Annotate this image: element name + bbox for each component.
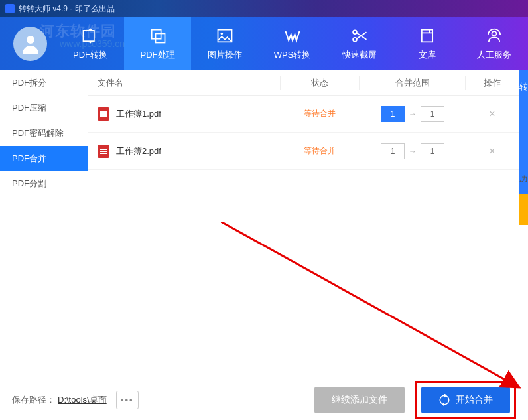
nav-human-service[interactable]: 人工服务 xyxy=(460,17,528,70)
table-row: 工作簿2.pdf 等待合并 1 → 1 × xyxy=(88,133,519,170)
content-panel: 文件名 状态 合并范围 操作 工作簿1.pdf 等待合并 1 → 1 × xyxy=(88,70,519,380)
nav-label: PDF转换 xyxy=(73,49,107,61)
add-files-button[interactable]: 继续添加文件 xyxy=(314,387,405,413)
range-cell: 1 → 1 xyxy=(360,143,466,159)
table-body: 工作簿1.pdf 等待合并 1 → 1 × 工作簿2.pdf 等待合并 1 xyxy=(88,96,519,380)
file-cell: 工作簿1.pdf xyxy=(88,107,280,121)
remove-button[interactable]: × xyxy=(466,145,519,157)
svg-point-9 xyxy=(492,31,497,36)
app-logo-icon xyxy=(5,4,15,13)
save-path-label: 保存路径： xyxy=(12,394,55,406)
sidebar-item-merge[interactable]: PDF合并 xyxy=(0,146,88,171)
nav-label: PDF处理 xyxy=(141,49,175,61)
range-cell: 1 → 1 xyxy=(360,106,466,122)
save-path-link[interactable]: D:\tools\桌面 xyxy=(58,394,107,406)
range-from-input[interactable]: 1 xyxy=(381,106,405,122)
file-name: 工作簿1.pdf xyxy=(116,108,161,120)
table-row: 工作簿1.pdf 等待合并 1 → 1 × xyxy=(88,96,519,133)
arrow-right-icon: → xyxy=(409,109,417,119)
nav-label: 文库 xyxy=(419,49,436,61)
nav-image-ops[interactable]: 图片操作 xyxy=(191,17,259,70)
nav-library[interactable]: 文库 xyxy=(393,17,461,70)
strip-label-a[interactable]: 转 xyxy=(519,81,528,93)
nav-screenshot[interactable]: 快速截屏 xyxy=(326,17,393,70)
sidebar-item-divide[interactable]: PDF分割 xyxy=(0,171,88,196)
main-area: PDF拆分 PDF压缩 PDF密码解除 PDF合并 PDF分割 文件名 状态 合… xyxy=(0,70,528,380)
browse-button[interactable]: ••• xyxy=(116,391,139,409)
start-merge-button[interactable]: 开始合并 xyxy=(421,387,510,413)
app-title: 转转大师 v4.9 - 印了么出品 xyxy=(19,3,115,15)
refresh-icon xyxy=(438,394,450,406)
column-status: 状态 xyxy=(280,76,360,90)
pdf-file-icon xyxy=(98,145,109,158)
svg-rect-3 xyxy=(155,34,165,43)
svg-line-10 xyxy=(221,222,519,387)
file-cell: 工作簿2.pdf xyxy=(88,145,280,158)
nav-pdf-process[interactable]: PDF处理 xyxy=(124,17,192,70)
svg-point-6 xyxy=(353,30,357,34)
person-icon xyxy=(19,32,42,56)
sidebar: PDF拆分 PDF压缩 PDF密码解除 PDF合并 PDF分割 xyxy=(0,70,88,380)
headset-icon xyxy=(485,27,503,45)
sidebar-item-split[interactable]: PDF拆分 xyxy=(0,70,88,96)
svg-point-5 xyxy=(221,33,224,35)
strip-label-b[interactable]: 历 xyxy=(519,173,528,184)
file-status: 等待合并 xyxy=(280,145,360,157)
table-header: 文件名 状态 合并范围 操作 xyxy=(88,70,519,96)
svg-rect-1 xyxy=(84,31,94,41)
top-nav: 河东软件园 www.pc0359.cn PDF转换 PDF处理 图片操作 WPS… xyxy=(0,17,528,70)
library-icon xyxy=(418,27,436,45)
column-op: 操作 xyxy=(466,77,519,89)
sidebar-item-compress[interactable]: PDF压缩 xyxy=(0,96,88,121)
nav-label: WPS转换 xyxy=(274,49,311,61)
file-status: 等待合并 xyxy=(280,108,360,119)
scissors-icon xyxy=(350,27,369,45)
nav-label: 快速截屏 xyxy=(342,49,377,61)
convert-icon xyxy=(81,27,99,45)
highlight-box: 开始合并 xyxy=(415,381,516,419)
nav-label: 图片操作 xyxy=(208,49,242,61)
copy-icon xyxy=(149,27,167,45)
image-icon xyxy=(216,27,234,45)
right-strip: 转 历 xyxy=(519,70,528,380)
sidebar-item-unlock[interactable]: PDF密码解除 xyxy=(0,121,88,146)
range-to-input[interactable]: 1 xyxy=(421,106,444,122)
column-filename: 文件名 xyxy=(88,77,280,89)
arrow-right-icon: → xyxy=(409,147,417,156)
footer: 保存路径： D:\tools\桌面 ••• 继续添加文件 开始合并 xyxy=(0,380,528,420)
svg-point-0 xyxy=(27,36,34,44)
nav-wps-convert[interactable]: WPS转换 xyxy=(259,17,326,70)
range-from-input[interactable]: 1 xyxy=(381,143,405,159)
wps-icon xyxy=(283,27,302,45)
titlebar: 转转大师 v4.9 - 印了么出品 xyxy=(0,0,528,17)
nav-label: 人工服务 xyxy=(477,49,511,61)
column-range: 合并范围 xyxy=(360,76,466,90)
range-to-input[interactable]: 1 xyxy=(421,143,444,159)
svg-rect-8 xyxy=(422,30,432,42)
start-merge-label: 开始合并 xyxy=(456,394,493,406)
svg-point-7 xyxy=(353,38,357,42)
user-avatar[interactable] xyxy=(13,27,47,61)
pdf-file-icon xyxy=(98,107,109,121)
remove-button[interactable]: × xyxy=(466,108,519,120)
file-name: 工作簿2.pdf xyxy=(116,145,161,157)
nav-pdf-convert[interactable]: PDF转换 xyxy=(56,17,124,70)
svg-rect-2 xyxy=(151,30,161,39)
